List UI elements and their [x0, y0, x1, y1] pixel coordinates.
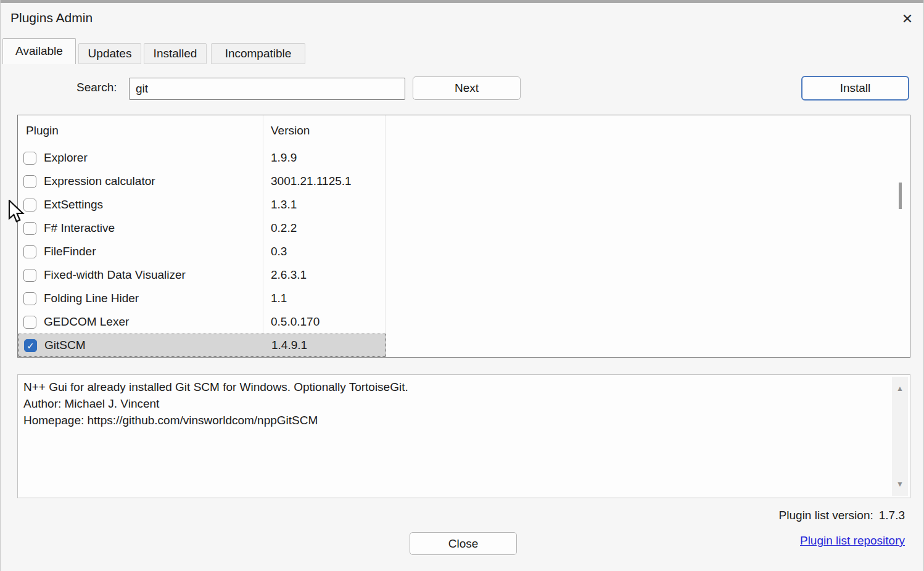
table-row[interactable]: ExtSettings 1.3.1 [18, 193, 386, 216]
table-row[interactable]: F# Interactive 0.2.2 [18, 216, 386, 240]
description-scrollbar[interactable]: ▲ ▼ [892, 377, 908, 496]
plugin-version: 1.9.9 [271, 151, 297, 165]
plugin-checkbox[interactable] [23, 152, 36, 165]
plugin-name: Explorer [44, 151, 88, 165]
install-button[interactable]: Install [801, 76, 909, 101]
plugin-version: 0.5.0.170 [271, 315, 320, 329]
plugin-name: GitSCM [44, 339, 86, 352]
plugin-description: N++ Gui for already installed Git SCM fo… [23, 379, 408, 429]
plugin-checkbox[interactable] [23, 222, 36, 235]
plugin-name: Expression calculator [44, 175, 155, 188]
table-row[interactable]: Explorer 1.9.9 [18, 146, 386, 170]
plugin-checkbox[interactable] [23, 175, 36, 188]
plugin-name: ExtSettings [44, 198, 103, 212]
plugin-version: 1.1 [271, 292, 287, 305]
close-button[interactable]: Close [410, 532, 517, 555]
description-line: Homepage: https://github.com/vinsworldco… [23, 412, 408, 429]
plugin-rows: Explorer 1.9.9 Expression calculator 300… [18, 146, 910, 357]
tab-available[interactable]: Available [2, 38, 76, 64]
next-button[interactable]: Next [413, 76, 521, 100]
plugin-version: 1.4.9.1 [271, 339, 307, 352]
search-input[interactable] [129, 78, 405, 100]
plugin-version: 3001.21.1125.1 [271, 175, 352, 188]
plugin-version: 0.2.2 [271, 221, 297, 235]
plugin-list-version-value: 1.7.3 [879, 509, 905, 522]
table-row[interactable]: ✓ GitSCM 1.4.9.1 [18, 334, 386, 357]
plugin-table: Plugin Version Explorer 1.9.9 Expression… [17, 115, 910, 358]
plugin-checkbox[interactable] [23, 292, 36, 305]
plugins-admin-dialog: Plugins Admin ✕ Available Updates Instal… [0, 0, 924, 571]
plugin-list-version-label: Plugin list version: [779, 509, 873, 522]
plugin-version: 2.6.3.1 [271, 268, 307, 282]
column-header-version: Version [271, 115, 310, 145]
plugin-name: GEDCOM Lexer [44, 315, 129, 329]
description-panel: N++ Gui for already installed Git SCM fo… [17, 374, 910, 498]
plugin-name: Folding Line Hider [44, 292, 139, 305]
close-icon[interactable]: ✕ [896, 9, 918, 30]
plugin-checkbox[interactable] [23, 269, 36, 282]
column-header-plugin: Plugin [26, 115, 59, 145]
plugin-checkbox[interactable] [23, 316, 36, 329]
plugin-name: Fixed-width Data Visualizer [44, 268, 186, 282]
window-top-edge [1, 0, 924, 3]
table-row[interactable]: Folding Line Hider 1.1 [18, 287, 386, 310]
description-line: N++ Gui for already installed Git SCM fo… [23, 379, 408, 395]
plugin-version: 0.3 [271, 245, 287, 258]
table-row[interactable]: Expression calculator 3001.21.1125.1 [18, 170, 386, 193]
plugin-name: F# Interactive [44, 221, 115, 235]
table-row[interactable]: GEDCOM Lexer 0.5.0.170 [18, 310, 386, 334]
tab-incompatible[interactable]: Incompatible [211, 43, 305, 64]
table-row[interactable]: FileFinder 0.3 [18, 240, 386, 263]
plugin-name: FileFinder [44, 245, 96, 258]
plugin-list-repository-link[interactable]: Plugin list repository [800, 534, 905, 548]
tab-installed[interactable]: Installed [144, 43, 207, 64]
description-line: Author: Michael J. Vincent [23, 395, 408, 412]
table-row[interactable]: Fixed-width Data Visualizer 2.6.3.1 [18, 263, 386, 287]
plugin-version: 1.3.1 [271, 198, 297, 212]
table-scrollbar-thumb[interactable] [899, 183, 902, 209]
plugin-list-version: Plugin list version:1.7.3 [779, 509, 905, 522]
scroll-down-icon[interactable]: ▼ [892, 477, 908, 491]
tab-updates[interactable]: Updates [78, 43, 141, 64]
plugin-checkbox[interactable] [23, 199, 36, 212]
plugin-checkbox[interactable]: ✓ [24, 339, 37, 352]
search-label: Search: [76, 81, 117, 94]
plugin-checkbox[interactable] [23, 245, 36, 258]
dialog-title: Plugins Admin [10, 10, 93, 25]
scroll-up-icon[interactable]: ▲ [892, 382, 908, 395]
